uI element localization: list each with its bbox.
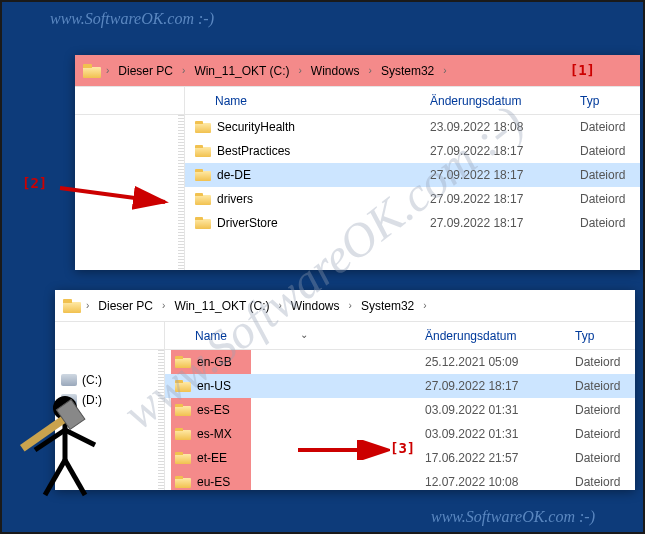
column-header-row: Name Änderungsdatum Typ <box>75 87 640 115</box>
file-date: 27.09.2022 18:17 <box>430 216 580 230</box>
table-row[interactable]: eu-ES12.07.2022 10:08Dateiord <box>165 470 635 490</box>
folder-icon <box>63 299 81 313</box>
table-row[interactable]: en-US27.09.2022 18:17Dateiord <box>165 374 635 398</box>
annotation-3: [3] <box>390 440 415 456</box>
folder-icon <box>175 380 191 392</box>
column-header-date[interactable]: Änderungsdatum <box>430 94 580 108</box>
folder-icon <box>175 404 191 416</box>
chevron-right-icon[interactable]: › <box>347 300 354 311</box>
file-name: en-GB <box>197 355 425 369</box>
file-date: 27.09.2022 18:17 <box>425 379 575 393</box>
file-name: es-MX <box>197 427 425 441</box>
file-date: 27.09.2022 18:17 <box>430 192 580 206</box>
watermark-bottom: www.SoftwareOK.com :-) <box>431 508 595 526</box>
table-row[interactable]: en-GB25.12.2021 05:09Dateiord <box>165 350 635 374</box>
watermark-top: www.SoftwareOK.com :-) <box>50 10 214 28</box>
file-list: SecurityHealth23.09.2022 18:08DateiordBe… <box>185 115 640 270</box>
file-date: 27.09.2022 18:17 <box>430 144 580 158</box>
explorer-window-1: › Dieser PC › Win_11_OKT (C:) › Windows … <box>75 55 640 270</box>
file-type: Dateiord <box>580 144 640 158</box>
table-row[interactable]: es-ES03.09.2022 01:31Dateiord <box>165 398 635 422</box>
file-type: Dateiord <box>575 451 635 465</box>
file-date: 23.09.2022 18:08 <box>430 120 580 134</box>
file-type: Dateiord <box>580 168 640 182</box>
chevron-right-icon[interactable]: › <box>297 65 304 76</box>
column-header-type[interactable]: Typ <box>580 94 640 108</box>
file-list: en-GB25.12.2021 05:09Dateiorden-US27.09.… <box>165 350 635 490</box>
file-name: en-US <box>197 379 425 393</box>
column-header-row: Name ⌄ Änderungsdatum Typ <box>55 322 635 350</box>
folder-icon <box>195 121 211 133</box>
file-date: 03.09.2022 01:31 <box>425 403 575 417</box>
breadcrumb-item[interactable]: Windows <box>307 64 364 78</box>
file-type: Dateiord <box>580 192 640 206</box>
svg-line-0 <box>60 188 165 202</box>
column-header-name[interactable]: Name <box>185 94 430 108</box>
file-date: 27.09.2022 18:17 <box>430 168 580 182</box>
table-row[interactable]: SecurityHealth23.09.2022 18:08Dateiord <box>185 115 640 139</box>
file-date: 25.12.2021 05:09 <box>425 355 575 369</box>
file-name: drivers <box>217 192 430 206</box>
breadcrumb-item[interactable]: System32 <box>377 64 438 78</box>
breadcrumb-item[interactable]: Dieser PC <box>94 299 157 313</box>
folder-icon <box>175 428 191 440</box>
arrow-icon <box>55 180 175 220</box>
folder-icon <box>175 356 191 368</box>
file-type: Dateiord <box>580 216 640 230</box>
table-row[interactable]: drivers27.09.2022 18:17Dateiord <box>185 187 640 211</box>
folder-icon <box>195 193 211 205</box>
sort-chevron-icon[interactable]: ⌄ <box>300 329 308 340</box>
explorer-window-2: › Dieser PC › Win_11_OKT (C:) › Windows … <box>55 290 635 490</box>
file-name: SecurityHealth <box>217 120 430 134</box>
folder-icon <box>83 64 101 78</box>
breadcrumb-item[interactable]: Windows <box>287 299 344 313</box>
folder-icon <box>195 169 211 181</box>
chevron-right-icon[interactable]: › <box>277 300 284 311</box>
file-date: 12.07.2022 10:08 <box>425 475 575 489</box>
drive-icon <box>61 374 77 386</box>
file-type: Dateiord <box>575 355 635 369</box>
annotation-2: [2] <box>22 175 47 191</box>
folder-icon <box>175 452 191 464</box>
svg-line-7 <box>65 430 95 445</box>
svg-line-4 <box>45 460 65 495</box>
column-header-name[interactable]: Name ⌄ <box>165 329 425 343</box>
chevron-right-icon[interactable]: › <box>84 300 91 311</box>
table-row[interactable]: BestPractices27.09.2022 18:17Dateiord <box>185 139 640 163</box>
chevron-right-icon[interactable]: › <box>441 65 448 76</box>
file-type: Dateiord <box>575 475 635 489</box>
sidebar-drive-c[interactable]: (C:) <box>55 370 164 390</box>
file-type: Dateiord <box>575 403 635 417</box>
annotation-1: [1] <box>570 62 595 78</box>
file-name: eu-ES <box>197 475 425 489</box>
breadcrumb-bar[interactable]: › Dieser PC › Win_11_OKT (C:) › Windows … <box>75 55 640 87</box>
chevron-right-icon[interactable]: › <box>104 65 111 76</box>
chevron-right-icon[interactable]: › <box>160 300 167 311</box>
decorative-figure-icon <box>10 390 120 510</box>
breadcrumb-item[interactable]: System32 <box>357 299 418 313</box>
file-date: 03.09.2022 01:31 <box>425 427 575 441</box>
breadcrumb-bar[interactable]: › Dieser PC › Win_11_OKT (C:) › Windows … <box>55 290 635 322</box>
chevron-right-icon[interactable]: › <box>367 65 374 76</box>
table-row[interactable]: de-DE27.09.2022 18:17Dateiord <box>185 163 640 187</box>
folder-icon <box>195 217 211 229</box>
breadcrumb-item[interactable]: Dieser PC <box>114 64 177 78</box>
file-name: DriverStore <box>217 216 430 230</box>
folder-icon <box>175 476 191 488</box>
table-row[interactable]: DriverStore27.09.2022 18:17Dateiord <box>185 211 640 235</box>
file-type: Dateiord <box>575 379 635 393</box>
breadcrumb-item[interactable]: Win_11_OKT (C:) <box>170 299 273 313</box>
file-name: es-ES <box>197 403 425 417</box>
file-type: Dateiord <box>580 120 640 134</box>
svg-line-5 <box>65 460 85 495</box>
column-header-type[interactable]: Typ <box>575 329 635 343</box>
folder-icon <box>195 145 211 157</box>
arrow-icon <box>290 440 390 460</box>
column-header-date[interactable]: Änderungsdatum <box>425 329 575 343</box>
file-date: 17.06.2022 21:57 <box>425 451 575 465</box>
chevron-right-icon[interactable]: › <box>421 300 428 311</box>
breadcrumb-item[interactable]: Win_11_OKT (C:) <box>190 64 293 78</box>
file-name: BestPractices <box>217 144 430 158</box>
chevron-right-icon[interactable]: › <box>180 65 187 76</box>
file-type: Dateiord <box>575 427 635 441</box>
